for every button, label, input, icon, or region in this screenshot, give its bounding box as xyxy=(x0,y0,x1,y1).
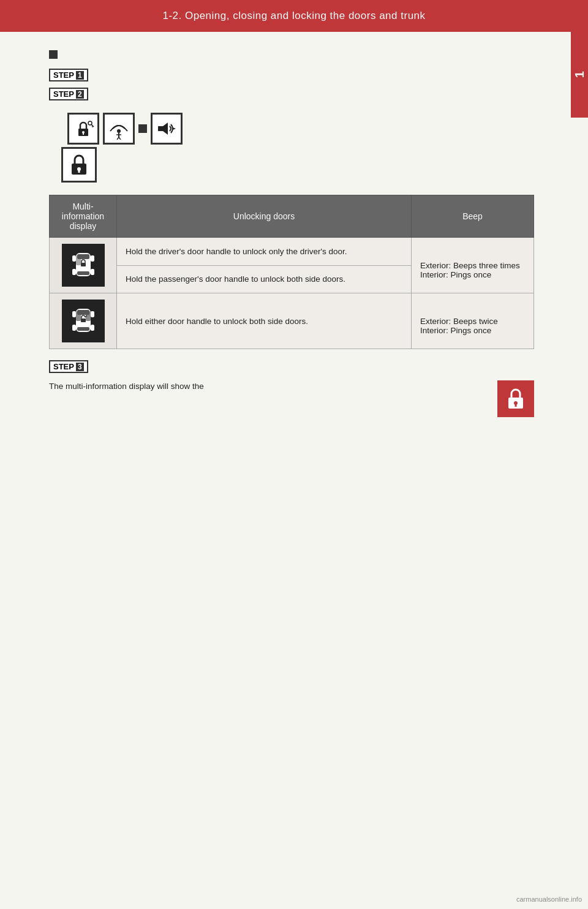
table-row1-unlock2: Hold the passenger's door handle to unlo… xyxy=(117,265,412,293)
svg-rect-29 xyxy=(81,319,86,322)
car-top-view-svg-2 xyxy=(65,303,102,339)
table-row1-beep: Exterior: Beeps three times Interior: Pi… xyxy=(412,238,534,293)
table-row2-beep: Exterior: Beeps twice Interior: Pings on… xyxy=(412,293,534,349)
svg-rect-10 xyxy=(78,170,80,173)
step3-row: STEP 3 xyxy=(49,360,534,377)
step3-lock-svg xyxy=(502,385,529,412)
lock-bottom-icon-box xyxy=(61,147,97,183)
car-both-doors-icon xyxy=(62,300,105,342)
svg-rect-13 xyxy=(77,254,89,259)
svg-rect-25 xyxy=(72,311,76,317)
svg-rect-14 xyxy=(77,271,89,275)
key-lock-icon-box xyxy=(67,113,99,145)
table-col3-header: Beep xyxy=(412,195,534,238)
info-table: Multi-information display Unlocking door… xyxy=(49,195,534,349)
step2-badge: STEP 2 xyxy=(49,88,88,100)
car-top-view-svg-1 xyxy=(65,247,102,284)
svg-rect-19 xyxy=(81,263,86,266)
svg-rect-2 xyxy=(83,133,84,135)
step1-row: STEP 1 xyxy=(49,69,534,85)
svg-rect-28 xyxy=(91,325,94,331)
svg-rect-16 xyxy=(91,255,94,262)
svg-rect-17 xyxy=(72,269,76,275)
step3-text-area: The multi-information display will show … xyxy=(49,380,448,398)
side-tab-number: 1 xyxy=(573,71,587,78)
main-content: STEP 1 STEP 2 xyxy=(0,32,571,442)
key-lock-svg xyxy=(72,118,94,140)
step2-row: STEP 2 xyxy=(49,88,534,104)
svg-rect-15 xyxy=(72,255,76,262)
svg-rect-27 xyxy=(72,325,76,331)
svg-rect-23 xyxy=(77,310,89,315)
header-title: 1-2. Opening, closing and locking the do… xyxy=(162,10,425,22)
step2-label: STEP xyxy=(53,89,74,99)
side-tab: 1 xyxy=(571,32,588,118)
svg-point-6 xyxy=(117,129,121,133)
table-row1-unlock1: Hold the driver's door handle to unlock … xyxy=(117,238,412,266)
speaker-icon-box xyxy=(151,113,183,145)
step1-badge: STEP 1 xyxy=(49,69,88,81)
svg-rect-32 xyxy=(515,404,517,407)
table-row1-icon-cell xyxy=(50,238,117,293)
svg-rect-7 xyxy=(158,126,163,131)
step3-number: 3 xyxy=(76,363,84,371)
icon-row xyxy=(61,113,534,183)
step1-number: 1 xyxy=(76,71,84,80)
table-row2-unlock: Hold either door handle to unlock both s… xyxy=(117,293,412,349)
header-bar: 1-2. Opening, closing and locking the do… xyxy=(0,0,588,32)
separator-dot xyxy=(138,124,147,133)
table-row-1: Hold the driver's door handle to unlock … xyxy=(50,238,534,266)
step2-number: 2 xyxy=(76,90,84,99)
step3-label: STEP xyxy=(53,362,74,371)
step1-label: STEP xyxy=(53,70,74,80)
step3-badge: STEP 3 xyxy=(49,360,88,373)
speaker-svg xyxy=(156,118,178,140)
table-row-2: Hold either door handle to unlock both s… xyxy=(50,293,534,349)
wave-icon-box xyxy=(103,113,135,145)
step3-icon-box xyxy=(497,380,534,417)
lock-bottom-svg xyxy=(66,151,92,178)
table-col2-header: Unlocking doors xyxy=(117,195,412,238)
svg-rect-24 xyxy=(77,327,89,331)
table-row2-icon-cell xyxy=(50,293,117,349)
table-col1-header: Multi-information display xyxy=(50,195,117,238)
step3-content: The multi-information display will show … xyxy=(49,380,534,417)
svg-rect-26 xyxy=(91,311,94,317)
section-marker xyxy=(49,50,58,59)
svg-rect-18 xyxy=(91,269,94,275)
wave-svg xyxy=(108,118,130,140)
step3-text: The multi-information display will show … xyxy=(49,380,448,393)
watermark: carmanualsonline.info xyxy=(516,896,582,903)
car-driver-door-icon xyxy=(62,244,105,287)
